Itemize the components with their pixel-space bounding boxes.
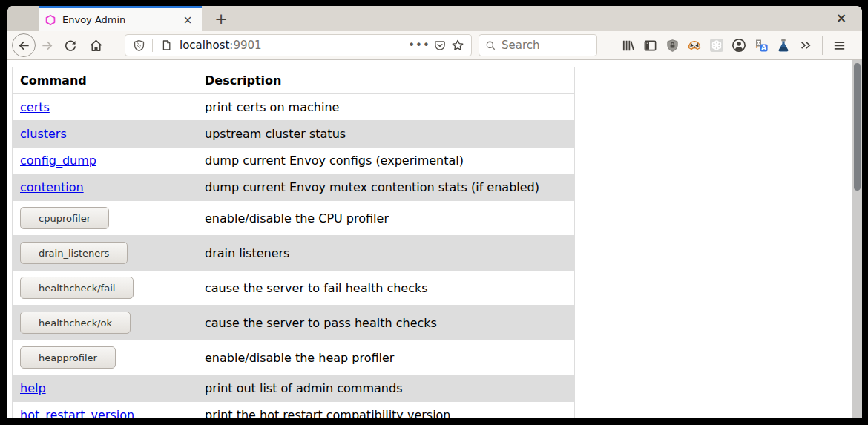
command-description: dump current Envoy mutex contention stat… bbox=[197, 174, 575, 201]
tab-envoy-admin[interactable]: Envoy Admin × bbox=[39, 6, 202, 31]
new-tab-button[interactable]: + bbox=[209, 8, 233, 30]
command-cell: clusters bbox=[13, 121, 197, 148]
toolbar-separator bbox=[822, 36, 823, 55]
tab-title: Envoy Admin bbox=[62, 14, 180, 25]
command-description: print the hot restart compatibility vers… bbox=[197, 402, 575, 418]
tab-close-icon[interactable]: × bbox=[180, 12, 196, 28]
shield-lock-icon[interactable] bbox=[661, 35, 683, 56]
overflow-chevron-icon[interactable] bbox=[795, 35, 817, 56]
search-icon bbox=[485, 40, 496, 51]
command-link[interactable]: config_dump bbox=[20, 154, 96, 168]
command-button[interactable]: drain_listeners bbox=[20, 242, 128, 264]
command-link[interactable]: contention bbox=[20, 180, 84, 194]
flask-icon[interactable] bbox=[772, 35, 795, 56]
table-row: hot_restart_versionprint the hot restart… bbox=[13, 402, 575, 418]
home-button[interactable] bbox=[86, 36, 105, 55]
search-placeholder: Search bbox=[502, 39, 540, 52]
translate-icon[interactable]: A bbox=[750, 35, 772, 56]
command-description: enable/disable the CPU profiler bbox=[197, 201, 575, 236]
command-cell: heapprofiler bbox=[13, 340, 197, 375]
envoy-hexagon-icon bbox=[45, 14, 56, 26]
atom-extension-icon[interactable] bbox=[706, 35, 728, 56]
browser-window: Envoy Admin × + × localhost:9901 bbox=[7, 6, 862, 418]
table-header-row: Command Description bbox=[13, 67, 575, 94]
command-button[interactable]: cpuprofiler bbox=[20, 207, 109, 229]
page-content: Command Description certsprint certs on … bbox=[7, 60, 862, 418]
navigation-toolbar: localhost:9901 ••• Search bbox=[7, 31, 862, 60]
table-row: heapprofilerenable/disable the heap prof… bbox=[13, 340, 575, 375]
table-row: healthcheck/okcause the server to pass h… bbox=[13, 306, 575, 340]
column-header-description: Description bbox=[197, 67, 575, 94]
command-description: cause the server to pass health checks bbox=[197, 306, 575, 340]
library-icon[interactable] bbox=[617, 35, 639, 56]
table-row: healthcheck/failcause the server to fail… bbox=[13, 271, 575, 306]
command-cell: drain_listeners bbox=[13, 236, 197, 271]
command-link[interactable]: clusters bbox=[20, 127, 67, 141]
table-row: config_dumpdump current Envoy configs (e… bbox=[13, 148, 575, 174]
svg-text:A: A bbox=[761, 44, 766, 51]
table-row: cpuprofilerenable/disable the CPU profil… bbox=[13, 201, 575, 236]
command-description: enable/disable the heap profiler bbox=[197, 340, 575, 375]
command-button[interactable]: heapprofiler bbox=[20, 346, 116, 369]
reload-button[interactable] bbox=[61, 36, 80, 55]
privacy-badger-icon[interactable] bbox=[683, 35, 706, 56]
command-description: dump current Envoy configs (experimental… bbox=[197, 148, 575, 174]
command-description: cause the server to fail health checks bbox=[197, 271, 575, 306]
forward-button[interactable] bbox=[37, 36, 56, 55]
command-cell: help bbox=[13, 375, 197, 402]
command-cell: config_dump bbox=[13, 148, 197, 174]
command-cell: healthcheck/fail bbox=[13, 271, 197, 306]
command-description: print out list of admin commands bbox=[197, 375, 575, 402]
command-link[interactable]: certs bbox=[20, 100, 50, 114]
command-cell: contention bbox=[13, 174, 197, 201]
pocket-icon[interactable] bbox=[431, 36, 449, 54]
command-link[interactable]: help bbox=[20, 381, 46, 395]
titlebar-spacer bbox=[7, 6, 39, 31]
admin-commands-table: Command Description certsprint certs on … bbox=[12, 67, 575, 418]
command-cell: healthcheck/ok bbox=[13, 306, 197, 340]
page-actions-icon[interactable]: ••• bbox=[407, 36, 431, 54]
table-row: contentiondump current Envoy mutex conte… bbox=[13, 174, 575, 201]
url-text[interactable]: localhost:9901 bbox=[180, 39, 407, 52]
urlbar-separator bbox=[152, 39, 153, 52]
back-button[interactable] bbox=[12, 33, 36, 57]
column-header-command: Command bbox=[13, 67, 197, 94]
account-icon[interactable] bbox=[728, 35, 750, 56]
table-row: certsprint certs on machine bbox=[13, 94, 575, 121]
command-description: upstream cluster status bbox=[197, 121, 575, 148]
command-button[interactable]: healthcheck/fail bbox=[20, 277, 134, 299]
command-cell: certs bbox=[13, 94, 197, 121]
page-icon[interactable] bbox=[157, 36, 175, 54]
page-scrollbar[interactable] bbox=[852, 60, 862, 418]
command-description: print certs on machine bbox=[197, 94, 575, 121]
command-cell: hot_restart_version bbox=[13, 402, 197, 418]
table-row: drain_listenersdrain listeners bbox=[13, 236, 575, 271]
table-row: clustersupstream cluster status bbox=[13, 121, 575, 148]
bookmark-star-icon[interactable] bbox=[449, 36, 467, 54]
command-cell: cpuprofiler bbox=[13, 201, 197, 236]
menu-icon[interactable] bbox=[828, 35, 850, 56]
tab-bar: Envoy Admin × + × bbox=[7, 6, 862, 31]
url-bar[interactable]: localhost:9901 ••• bbox=[125, 34, 472, 56]
toolbar-icon-cluster: A bbox=[617, 35, 850, 56]
sidebar-icon[interactable] bbox=[639, 35, 661, 56]
window-close-icon[interactable]: × bbox=[831, 7, 852, 28]
tracking-shield-icon[interactable] bbox=[130, 36, 148, 54]
scrollbar-thumb[interactable] bbox=[854, 63, 861, 191]
command-button[interactable]: healthcheck/ok bbox=[20, 312, 131, 334]
table-row: helpprint out list of admin commands bbox=[13, 375, 575, 402]
command-link[interactable]: hot_restart_version bbox=[20, 408, 134, 418]
command-description: drain listeners bbox=[197, 236, 575, 271]
search-bar[interactable]: Search bbox=[479, 34, 597, 56]
